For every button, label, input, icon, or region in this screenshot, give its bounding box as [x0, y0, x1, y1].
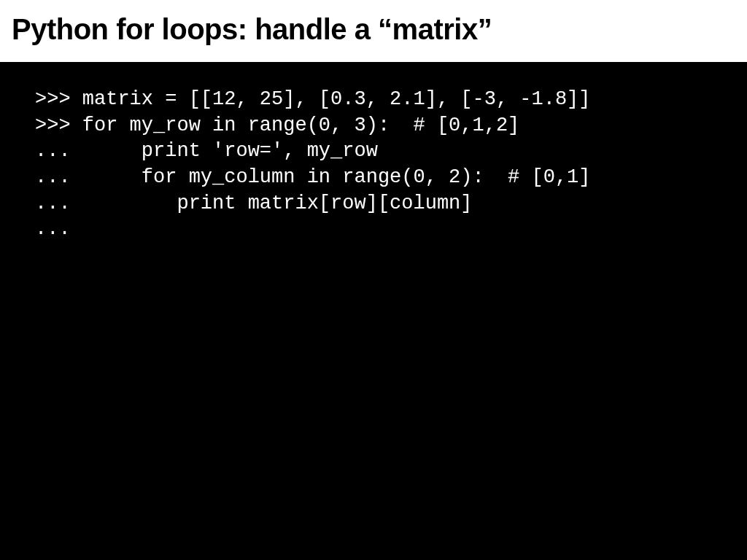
code-line: >>> for my_row in range(0, 3): # [0,1,2] — [35, 114, 519, 136]
slide: Python for loops: handle a “matrix” >>> … — [0, 0, 747, 560]
code-line: ... print matrix[row][column] — [35, 192, 473, 214]
code-block: >>> matrix = [[12, 25], [0.3, 2.1], [-3,… — [35, 87, 712, 243]
code-line: ... print 'row=', my_row — [35, 140, 378, 162]
code-line: >>> matrix = [[12, 25], [0.3, 2.1], [-3,… — [35, 88, 591, 110]
title-area: Python for loops: handle a “matrix” — [0, 0, 747, 62]
code-line: ... for my_column in range(0, 2): # [0,1… — [35, 166, 591, 188]
code-line: ... — [35, 218, 71, 240]
slide-title: Python for loops: handle a “matrix” — [12, 13, 735, 46]
code-area: >>> matrix = [[12, 25], [0.3, 2.1], [-3,… — [0, 62, 747, 560]
